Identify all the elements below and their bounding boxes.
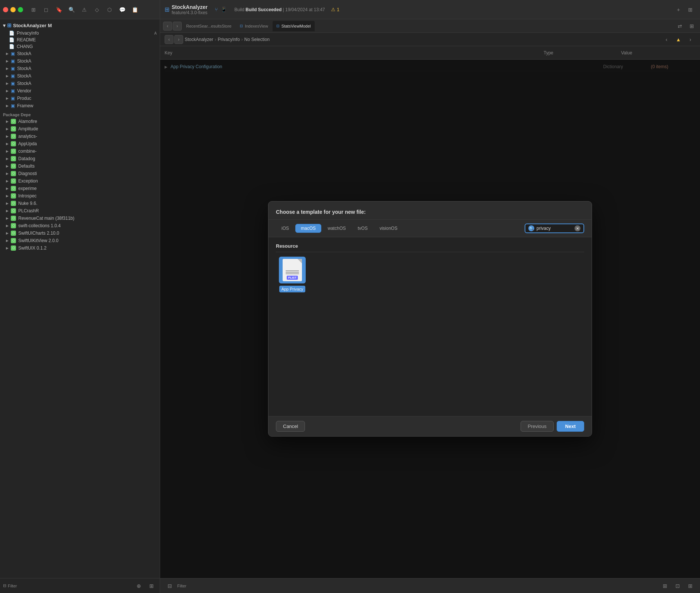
breadcrumb-back-button[interactable]: ‹ [165, 35, 174, 44]
breakpoint-icon[interactable]: ⬡ [104, 4, 115, 15]
sidebar-pkg-introspec[interactable]: ▶ ⬡ Introspec [0, 192, 160, 200]
expand-arrow: ▶ [6, 246, 9, 250]
nav-forward-button[interactable]: › [173, 22, 182, 31]
sidebar-group-stocka3[interactable]: ▶ ▣ StockA [0, 65, 160, 72]
sidebar-pkg-revenuecat[interactable]: ▶ ⬡ RevenueCat main (38f311b) [0, 215, 160, 222]
template-name: App Privacy [279, 286, 306, 292]
tab-ios[interactable]: iOS [276, 224, 295, 233]
breadcrumb-forward-button[interactable]: › [174, 35, 183, 44]
sidebar-pkg-swift-collections[interactable]: ▶ ⬡ swift-collections 1.0.4 [0, 222, 160, 229]
sidebar-pkg-swiftuikitview[interactable]: ▶ ⬡ SwiftUIKitView 2.0.0 [0, 237, 160, 244]
pkg-icon: ⬡ [11, 156, 16, 161]
plist-line [286, 272, 299, 273]
pkg-name: SwiftUIKitView 2.0.0 [18, 238, 58, 243]
split-editor-button[interactable]: ⇄ [675, 21, 685, 31]
tab-macos[interactable]: macOS [295, 224, 321, 233]
inspector-button[interactable]: › [685, 34, 696, 45]
tab-indexesview[interactable]: ⊡ IndexesView [236, 21, 272, 31]
breadcrumb-file[interactable]: PrivacyInfo [218, 37, 240, 42]
doc-icon[interactable]: 📋 [130, 4, 140, 15]
tab-watchos[interactable]: watchOS [322, 224, 351, 233]
panel-toggle-button[interactable]: ⊞ [146, 581, 157, 591]
zoom-button[interactable] [18, 7, 23, 12]
plist-file-lines [286, 270, 299, 274]
minimize-button[interactable] [10, 7, 16, 12]
expand-arrow: ▶ [6, 157, 9, 161]
folder-icon: ▣ [11, 51, 15, 56]
sidebar-pkg-exception[interactable]: ▶ ⬡ Exception [0, 177, 160, 185]
sidebar-item-privacyinfo[interactable]: 📄 PrivacyInfo A [0, 30, 160, 37]
sidebar-group-produc[interactable]: ▶ ▣ Produc [0, 95, 160, 102]
expand-arrow: ▶ [6, 142, 9, 146]
sidebar-pkg-appupda[interactable]: ▶ ⬡ AppUpda [0, 140, 160, 148]
stop-icon[interactable]: ◻ [41, 4, 51, 15]
pkg-icon: ⬡ [11, 178, 16, 184]
search-input[interactable] [537, 226, 572, 231]
pkg-name: Exception [18, 178, 38, 184]
group-name: StockA [17, 66, 31, 71]
sidebar-group-stocka2[interactable]: ▶ ▣ StockA [0, 57, 160, 65]
sidebar-pkg-analytics[interactable]: ▶ ⬡ analytics- [0, 133, 160, 140]
filter-button[interactable]: ⊟ Filter [3, 583, 17, 588]
prev-issue-button[interactable]: ‹ [661, 34, 672, 45]
build-label: Build Build Succeeded | 19/04/2024 at 13… [234, 7, 325, 12]
warning-icon[interactable]: ⚠ [79, 4, 89, 15]
pkg-icon: ⬡ [11, 231, 16, 236]
add-button[interactable]: + [673, 4, 684, 15]
tab-statsviewmodel[interactable]: ⊡ StatsViewModel [273, 21, 315, 31]
file-name: README [17, 37, 36, 42]
template-app-privacy[interactable]: PLIST App Privacy [276, 257, 309, 292]
next-button[interactable]: Next [557, 421, 584, 432]
sidebar-pkg-swiftuix[interactable]: ▶ ⬡ SwiftUIX 0.1.2 [0, 244, 160, 252]
sidebar-pkg-swiftuicharts[interactable]: ▶ ⬡ SwiftUICharts 2.10.0 [0, 229, 160, 237]
breadcrumb: StockAnalyzer › PrivacyInfo › No Selecti… [185, 37, 660, 42]
diamond-icon[interactable]: ◇ [92, 4, 102, 15]
cancel-button[interactable]: Cancel [276, 421, 305, 432]
sidebar-pkg-experime[interactable]: ▶ ⬡ experime [0, 185, 160, 192]
breadcrumb-project[interactable]: StockAnalyzer [185, 37, 213, 42]
tab-recentsearch[interactable]: RecentSear...esultsStore [182, 21, 235, 31]
tab-tvos[interactable]: tvOS [352, 224, 373, 233]
comment-icon[interactable]: 💬 [117, 4, 127, 15]
sidebar-group-framew[interactable]: ▶ ▣ Framew [0, 102, 160, 110]
sidebar-pkg-diagnosti[interactable]: ▶ ⬡ Diagnosti [0, 170, 160, 177]
sidebar-pkg-combine[interactable]: ▶ ⬡ combine- [0, 148, 160, 155]
sidebar-group-stocka1[interactable]: ▶ ▣ StockA [0, 50, 160, 57]
expand-button[interactable]: ⊞ [660, 581, 670, 591]
new-file-dialog: Choose a template for your new file: iOS… [268, 201, 592, 437]
search-clear-button[interactable]: ✕ [575, 225, 580, 231]
sidebar-group-vendor[interactable]: ▶ ▣ Vendor [0, 87, 160, 95]
project-root[interactable]: ▾ ⊞ StockAnalyzer M [0, 21, 160, 30]
sidebar-group-stocka5[interactable]: ▶ ▣ StockA [0, 80, 160, 87]
resource-section-header: Resource [276, 243, 584, 252]
inspectors-button[interactable]: ⊞ [687, 21, 697, 31]
breadcrumb-nav: ‹ › [165, 35, 183, 44]
sidebar-pkg-plcrash[interactable]: ▶ ⬡ PLCrashR [0, 207, 160, 215]
nav-back-button[interactable]: ‹ [163, 22, 172, 31]
sidebar-pkg-nuke[interactable]: ▶ ⬡ Nuke 9.6. [0, 200, 160, 207]
sidebar-pkg-datadog[interactable]: ▶ ⬡ Datadog [0, 155, 160, 162]
add-item-button[interactable]: ⊕ [134, 581, 144, 591]
sidebar-item-readme[interactable]: 📄 README [0, 37, 160, 43]
panel-button[interactable]: ⊡ [672, 581, 683, 591]
sidebar-pkg-defaults[interactable]: ▶ ⬡ Defaults [0, 162, 160, 170]
sidebar-pkg-amplitude[interactable]: ▶ ⬡ Amplitude [0, 125, 160, 133]
dialog-tabs: iOS macOS watchOS tvOS visionOS 🔍 ✕ [268, 220, 592, 237]
inspectors-panel-button[interactable]: ⊞ [685, 581, 696, 591]
next-issue-button[interactable]: ▲ [673, 34, 684, 45]
expand-arrow: ▶ [6, 164, 9, 168]
traffic-lights [3, 7, 23, 12]
sidebar-group-stocka4[interactable]: ▶ ▣ StockA [0, 72, 160, 80]
footer-right: Previous Next [521, 421, 584, 432]
tab-visionos[interactable]: visionOS [374, 224, 403, 233]
close-button[interactable] [3, 7, 8, 12]
previous-button[interactable]: Previous [521, 421, 554, 432]
split-view-button[interactable]: ⊞ [685, 4, 696, 15]
navigator-icon[interactable]: ⊞ [28, 4, 39, 15]
sidebar-item-changelog[interactable]: 📄 CHANG [0, 43, 160, 50]
pkg-name: experime [18, 186, 36, 191]
debug-console-button[interactable]: ⊟ [165, 581, 175, 591]
search-icon[interactable]: 🔍 [66, 4, 77, 15]
sidebar-pkg-alamofire[interactable]: ▶ ⬡ Alamofire [0, 118, 160, 125]
bookmark-icon[interactable]: 🔖 [54, 4, 64, 15]
